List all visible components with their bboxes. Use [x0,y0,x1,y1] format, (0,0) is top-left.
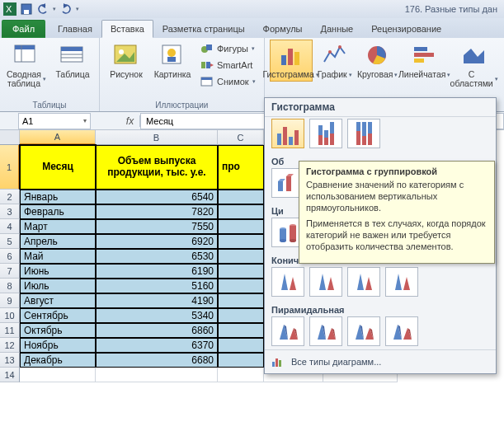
table-button[interactable]: Таблица [51,40,94,82]
cell-B10[interactable]: 5340 [96,308,218,323]
tab-review[interactable]: Рецензирование [362,20,450,38]
chart-type-cone-1[interactable] [309,267,342,297]
cell-B8[interactable]: 5160 [96,279,218,293]
chart-type-pyramid-1[interactable] [309,316,342,346]
cell-B1[interactable]: Объем выпуска продукции, тыс. у.е. [96,145,218,190]
cell-B4[interactable]: 7550 [96,219,218,234]
cell-A6[interactable]: Май [20,249,96,264]
row-header-9[interactable]: 9 [0,293,20,308]
cell-C7[interactable] [218,264,264,279]
row-header-13[interactable]: 13 [0,353,20,368]
row-header-12[interactable]: 12 [0,338,20,353]
row-header-7[interactable]: 7 [0,264,20,279]
cell-B12[interactable]: 6370 [96,338,218,353]
svg-rect-31 [278,181,283,191]
shapes-button[interactable]: Фигуры▾ [197,41,259,56]
cell-C4[interactable] [218,219,264,234]
cell-A14[interactable] [20,368,96,382]
cell-C12[interactable] [218,338,264,353]
cell-B3[interactable]: 7820 [96,204,218,219]
chart-type-pyramid-0[interactable] [271,316,304,346]
cell-C8[interactable] [218,279,264,293]
screenshot-button[interactable]: Снимок▾ [197,74,259,89]
cell-C10[interactable] [218,308,264,323]
cell-A9[interactable]: Август [20,293,96,308]
cell-C3[interactable] [218,204,264,219]
cell-C11[interactable] [218,323,264,338]
area-chart-button[interactable]: С областями▾ [451,40,497,91]
cell-B5[interactable]: 6920 [96,234,218,249]
tab-data[interactable]: Данные [311,20,362,38]
row-header-1[interactable]: 1 [0,145,20,190]
chart-type-pyramid-3[interactable] [385,316,418,346]
redo-icon[interactable] [59,2,73,16]
cell-C5[interactable] [218,234,264,249]
smartart-button[interactable]: SmartArt [197,58,259,73]
cell-A11[interactable]: Октябрь [20,323,96,338]
cell-A8[interactable]: Июль [20,279,96,293]
svg-rect-43 [290,226,296,241]
cell-B2[interactable]: 6540 [96,190,218,204]
clipart-button[interactable]: Картинка [151,40,194,82]
chart-type-cone-3[interactable] [385,267,418,297]
cell-A4[interactable]: Март [20,219,96,234]
chart-type-clustered-column[interactable] [271,119,304,148]
cell-B14[interactable] [96,368,218,382]
cell-A1[interactable]: Месяц [20,145,96,190]
tab-insert[interactable]: Вставка [101,20,153,38]
cell-B7[interactable]: 6190 [96,264,218,279]
cell-A13[interactable]: Декабрь [20,353,96,368]
save-icon[interactable] [20,2,33,16]
chart-type-cone-0[interactable] [271,267,304,297]
row-header-14[interactable]: 14 [0,368,20,382]
cell-C2[interactable] [218,190,264,204]
all-chart-types-button[interactable]: Все типы диаграмм... [265,349,496,373]
picture-button[interactable]: Рисунок [105,40,148,82]
cell-A2[interactable]: Январь [20,190,96,204]
row-header-11[interactable]: 11 [0,323,20,338]
row-header-4[interactable]: 4 [0,219,20,234]
svg-rect-40 [280,229,286,241]
chart-type-pyramid-2[interactable] [347,316,380,346]
bar-chart-button[interactable]: Линейчатая▾ [402,40,448,82]
col-header-C[interactable]: C [218,130,264,145]
line-chart-button[interactable]: График▾ [316,40,354,82]
tab-pagelayout[interactable]: Разметка страницы [153,20,254,38]
cell-C1[interactable]: про [218,145,264,190]
cell-A3[interactable]: Февраль [20,204,96,219]
name-box[interactable]: A1▾ [18,113,91,129]
row-header-10[interactable]: 10 [0,308,20,323]
row-header-3[interactable]: 3 [0,204,20,219]
cell-C9[interactable] [218,293,264,308]
pivot-table-button[interactable]: Сводная таблица▾ [5,40,48,91]
cell-A10[interactable]: Сентябрь [20,308,96,323]
cell-C14[interactable] [218,368,264,382]
row-header-6[interactable]: 6 [0,249,20,264]
col-header-A[interactable]: A [20,130,96,145]
undo-icon[interactable] [36,2,49,16]
cell-B13[interactable]: 6680 [96,353,218,368]
col-header-B[interactable]: B [96,130,218,145]
cell-B6[interactable]: 6530 [96,249,218,264]
cell-A5[interactable]: Апрель [20,234,96,249]
cell-A12[interactable]: Ноябрь [20,338,96,353]
row-header-5[interactable]: 5 [0,234,20,249]
undo-dropdown[interactable]: ▾ [53,6,56,12]
tab-home[interactable]: Главная [49,20,101,38]
row-header-2[interactable]: 2 [0,190,20,204]
tab-file[interactable]: Файл [2,20,45,38]
chart-type-stacked-column[interactable] [309,119,342,148]
cell-C6[interactable] [218,249,264,264]
fx-button[interactable]: fx [120,115,140,127]
cell-B9[interactable]: 4190 [96,293,218,308]
chart-type-cone-2[interactable] [347,267,380,297]
column-chart-button[interactable]: Гистограмма▾ [270,40,313,82]
chart-type-100stacked-column[interactable] [347,119,380,148]
cell-A7[interactable]: Июнь [20,264,96,279]
tab-formulas[interactable]: Формулы [254,20,312,38]
row-header-8[interactable]: 8 [0,279,20,293]
cell-B11[interactable]: 6860 [96,323,218,338]
cell-C13[interactable] [218,353,264,368]
pie-chart-button[interactable]: Круговая▾ [357,40,398,82]
select-all-corner[interactable] [0,130,20,145]
